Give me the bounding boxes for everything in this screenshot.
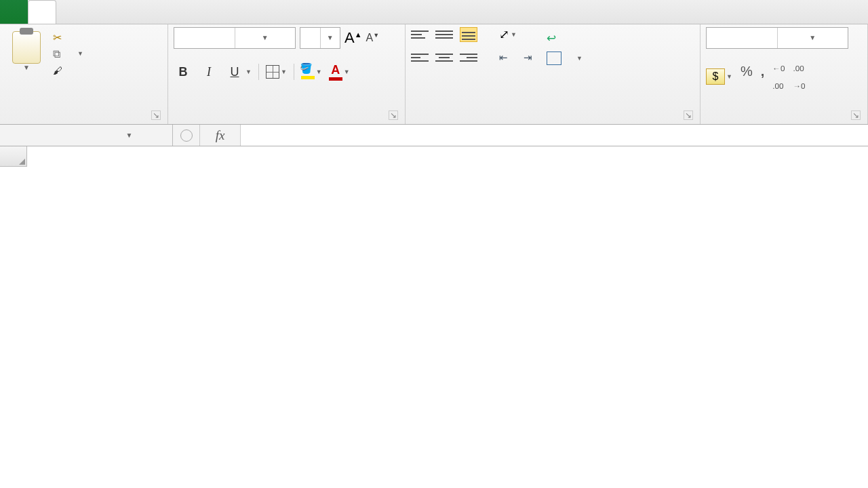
decrease-indent-button[interactable]: ⇤ [499,50,517,65]
cancel-formula-button[interactable] [173,125,200,146]
tab-data[interactable] [140,0,167,24]
formula-bar: ▼ fx [0,125,868,146]
underline-button[interactable]: U▼ [225,62,252,81]
format-painter-button[interactable] [53,64,83,76]
number-launcher[interactable]: ↘ [851,110,861,120]
column-headers [0,146,868,167]
tab-page-layout[interactable] [84,0,112,24]
decrease-decimal-button[interactable]: .00→0 [793,64,805,89]
orientation-button[interactable]: ⤢▼ [499,27,517,42]
font-size-combo[interactable]: ▼ [300,27,340,49]
font-color-button[interactable]: A▼ [329,63,350,81]
increase-decimal-button[interactable]: ←0.00 [772,64,785,89]
wrap-text-button[interactable] [547,31,583,45]
copy-button[interactable]: ▼ [53,47,83,60]
paste-icon [12,31,41,64]
shrink-font-button[interactable]: A▼ [366,32,380,44]
chevron-down-icon: ▼ [235,28,296,48]
border-icon [266,65,279,79]
increase-indent-button[interactable]: ⇥ [524,50,541,65]
tab-view[interactable] [195,0,223,24]
comma-style-button[interactable]: , [761,64,765,89]
name-box[interactable]: ▼ [0,125,173,146]
paste-button[interactable]: ▼ [5,27,47,71]
chevron-down-icon: ▼ [86,131,172,139]
tab-home[interactable] [28,0,56,24]
align-right-button[interactable] [460,50,477,65]
fill-color-button[interactable]: ▼ [301,65,322,79]
percent-button[interactable]: % [741,64,753,89]
ribbon-tabs [0,0,868,24]
brush-icon [53,64,66,76]
font-name-combo[interactable]: ▼ [174,27,296,49]
cut-button[interactable] [53,31,83,43]
align-bottom-button[interactable] [460,27,477,42]
merge-center-button[interactable]: ▼ [547,52,583,65]
font-color-icon: A [331,63,340,77]
align-middle-button[interactable] [435,27,453,42]
insert-function-button[interactable]: fx [200,125,241,146]
font-launcher[interactable]: ↘ [389,110,398,120]
number-format-combo[interactable]: ▼ [706,27,848,49]
wrap-text-icon [547,31,561,45]
tab-file[interactable] [0,0,28,24]
dollar-icon: $ [706,68,725,85]
italic-button[interactable]: I [199,62,218,81]
bucket-icon [301,65,315,76]
align-center-button[interactable] [435,50,453,65]
copy-icon [53,47,66,60]
accounting-format-button[interactable]: $▼ [706,64,732,89]
clipboard-launcher[interactable]: ↘ [151,110,161,120]
formula-input[interactable] [241,125,868,146]
select-all-corner[interactable] [0,146,27,167]
orientation-icon: ⤢ [499,27,509,42]
alignment-launcher[interactable]: ↘ [684,110,693,120]
chevron-down-icon: ▼ [320,28,340,48]
tab-insert[interactable] [56,0,84,24]
borders-button[interactable]: ▼ [266,65,287,79]
align-top-button[interactable] [411,27,429,42]
bold-button[interactable]: B [174,62,193,81]
chevron-down-icon: ▼ [777,28,848,48]
ribbon: ▼ ▼ ↘ ▼ ▼ A▲ A▼ B I U▼ ▼ [0,24,868,125]
grow-font-button[interactable]: A▲ [344,29,362,47]
tab-review[interactable] [167,0,195,24]
merge-icon [547,52,561,65]
tab-formulas[interactable] [112,0,140,24]
align-left-button[interactable] [411,50,429,65]
scissors-icon [53,31,66,43]
